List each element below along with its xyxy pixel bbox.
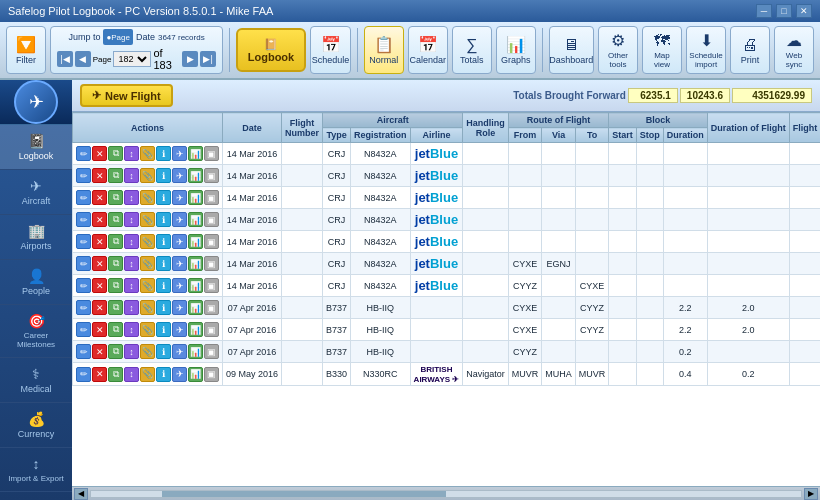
logbook-button[interactable]: 📔 Logbook: [236, 28, 306, 72]
extra-icon[interactable]: ▣: [204, 300, 219, 315]
chart-icon[interactable]: 📊: [188, 168, 203, 183]
extra-icon[interactable]: ▣: [204, 278, 219, 293]
copy-icon[interactable]: ⧉: [108, 278, 123, 293]
info-icon[interactable]: ℹ: [156, 256, 171, 271]
edit-icon[interactable]: ✏: [76, 256, 91, 271]
extra-icon[interactable]: ▣: [204, 212, 219, 227]
delete-icon[interactable]: ✕: [92, 168, 107, 183]
copy-icon[interactable]: ⧉: [108, 344, 123, 359]
attach-icon[interactable]: 📎: [140, 344, 155, 359]
sidebar-item-medical[interactable]: ⚕ Medical: [0, 358, 72, 403]
move-icon[interactable]: ↕: [124, 190, 139, 205]
chart-icon[interactable]: 📊: [188, 344, 203, 359]
info-icon[interactable]: ℹ: [156, 190, 171, 205]
delete-icon[interactable]: ✕: [92, 146, 107, 161]
copy-icon[interactable]: ⧉: [108, 190, 123, 205]
delete-icon[interactable]: ✕: [92, 190, 107, 205]
edit-icon[interactable]: ✏: [76, 322, 91, 337]
page-select[interactable]: 182: [113, 51, 151, 67]
attach-icon[interactable]: 📎: [140, 234, 155, 249]
copy-icon[interactable]: ⧉: [108, 256, 123, 271]
info-icon[interactable]: ℹ: [156, 146, 171, 161]
info-icon[interactable]: ℹ: [156, 278, 171, 293]
other-tools-button[interactable]: ⚙ Othertools: [598, 26, 638, 74]
plane-act-icon[interactable]: ✈: [172, 168, 187, 183]
filter-button[interactable]: 🔽 Filter: [6, 26, 46, 74]
delete-icon[interactable]: ✕: [92, 234, 107, 249]
chart-icon[interactable]: 📊: [188, 212, 203, 227]
plane-act-icon[interactable]: ✈: [172, 278, 187, 293]
attach-icon[interactable]: 📎: [140, 278, 155, 293]
delete-icon[interactable]: ✕: [92, 278, 107, 293]
horizontal-scrollbar[interactable]: ◀ ▶: [72, 486, 820, 500]
move-icon[interactable]: ↕: [124, 146, 139, 161]
schedule-import-button[interactable]: ⬇ Scheduleimport: [686, 26, 726, 74]
normal-button[interactable]: 📋 Normal: [364, 26, 404, 74]
info-icon[interactable]: ℹ: [156, 168, 171, 183]
attach-icon[interactable]: 📎: [140, 322, 155, 337]
dashboard-button[interactable]: 🖥 Dashboard: [549, 26, 594, 74]
maximize-button[interactable]: □: [776, 4, 792, 18]
attach-icon[interactable]: 📎: [140, 300, 155, 315]
attach-icon[interactable]: 📎: [140, 146, 155, 161]
last-page-button[interactable]: ▶|: [200, 51, 216, 67]
prev-page-button[interactable]: ◀: [75, 51, 91, 67]
table-row[interactable]: ✏ ✕ ⧉ ↕ 📎 ℹ ✈ 📊 ▣ 07 Apr 2016B737HB-IIQC…: [73, 341, 821, 363]
schedule-button[interactable]: 📅 Schedule: [310, 26, 351, 74]
delete-icon[interactable]: ✕: [92, 367, 107, 382]
table-row[interactable]: ✏ ✕ ⧉ ↕ 📎 ℹ ✈ 📊 ▣ 14 Mar 2016CRJN8432Aje…: [73, 143, 821, 165]
sidebar-item-career[interactable]: 🎯 Career Milestones: [0, 305, 72, 358]
copy-icon[interactable]: ⧉: [108, 146, 123, 161]
chart-icon[interactable]: 📊: [188, 146, 203, 161]
edit-icon[interactable]: ✏: [76, 367, 91, 382]
move-icon[interactable]: ↕: [124, 300, 139, 315]
move-icon[interactable]: ↕: [124, 234, 139, 249]
edit-icon[interactable]: ✏: [76, 146, 91, 161]
move-icon[interactable]: ↕: [124, 278, 139, 293]
flight-log-table-container[interactable]: Actions Date FlightNumber Aircraft Handl…: [72, 112, 820, 486]
move-icon[interactable]: ↕: [124, 367, 139, 382]
first-page-button[interactable]: |◀: [57, 51, 73, 67]
edit-icon[interactable]: ✏: [76, 300, 91, 315]
attach-icon[interactable]: 📎: [140, 256, 155, 271]
copy-icon[interactable]: ⧉: [108, 212, 123, 227]
edit-icon[interactable]: ✏: [76, 278, 91, 293]
extra-icon[interactable]: ▣: [204, 190, 219, 205]
plane-act-icon[interactable]: ✈: [172, 256, 187, 271]
map-view-button[interactable]: 🗺 Mapview: [642, 26, 682, 74]
plane-act-icon[interactable]: ✈: [172, 146, 187, 161]
scroll-thumb[interactable]: [162, 491, 446, 497]
window-controls[interactable]: ─ □ ✕: [756, 4, 812, 18]
plane-act-icon[interactable]: ✈: [172, 322, 187, 337]
page-radio[interactable]: ●Page: [103, 29, 133, 45]
delete-icon[interactable]: ✕: [92, 322, 107, 337]
sidebar-item-currency[interactable]: 💰 Currency: [0, 403, 72, 448]
edit-icon[interactable]: ✏: [76, 234, 91, 249]
copy-icon[interactable]: ⧉: [108, 322, 123, 337]
move-icon[interactable]: ↕: [124, 212, 139, 227]
delete-icon[interactable]: ✕: [92, 300, 107, 315]
table-row[interactable]: ✏ ✕ ⧉ ↕ 📎 ℹ ✈ 📊 ▣ 07 Apr 2016B737HB-IIQC…: [73, 297, 821, 319]
sidebar-item-backup[interactable]: 💾 Backup & Restore: [0, 492, 72, 500]
info-icon[interactable]: ℹ: [156, 234, 171, 249]
extra-icon[interactable]: ▣: [204, 234, 219, 249]
plane-act-icon[interactable]: ✈: [172, 234, 187, 249]
sidebar-item-aircraft[interactable]: ✈ Aircraft: [0, 170, 72, 215]
sidebar-item-airports[interactable]: 🏢 Airports: [0, 215, 72, 260]
move-icon[interactable]: ↕: [124, 256, 139, 271]
delete-icon[interactable]: ✕: [92, 212, 107, 227]
scroll-track[interactable]: [90, 490, 802, 498]
edit-icon[interactable]: ✏: [76, 190, 91, 205]
extra-icon[interactable]: ▣: [204, 168, 219, 183]
delete-icon[interactable]: ✕: [92, 344, 107, 359]
info-icon[interactable]: ℹ: [156, 300, 171, 315]
plane-act-icon[interactable]: ✈: [172, 300, 187, 315]
info-icon[interactable]: ℹ: [156, 322, 171, 337]
edit-icon[interactable]: ✏: [76, 212, 91, 227]
move-icon[interactable]: ↕: [124, 344, 139, 359]
move-icon[interactable]: ↕: [124, 168, 139, 183]
totals-button[interactable]: ∑ Totals: [452, 26, 492, 74]
sidebar-item-import[interactable]: ↕ Import & Export: [0, 448, 72, 492]
info-icon[interactable]: ℹ: [156, 344, 171, 359]
plane-act-icon[interactable]: ✈: [172, 212, 187, 227]
